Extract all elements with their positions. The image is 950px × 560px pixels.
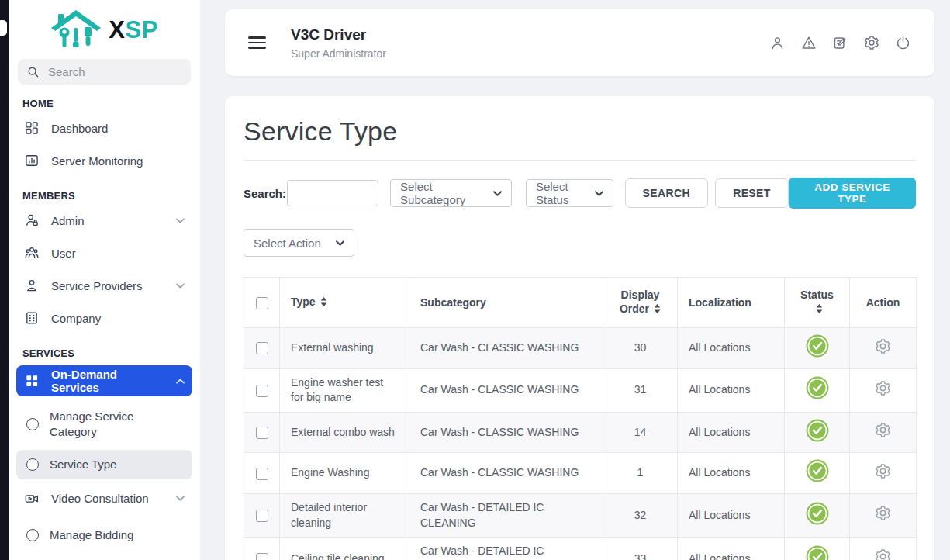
row-checkbox[interactable] (256, 385, 268, 397)
title-divider (244, 160, 916, 161)
sidebar-item-label: Company (51, 312, 101, 325)
sidebar-item-label: Server Monitoring (51, 154, 143, 168)
cell-type: Engine Washing (280, 453, 409, 494)
status-active-icon[interactable] (806, 459, 829, 482)
sidebar-item-service-type[interactable]: Service Type (16, 450, 192, 479)
cell-display-order: 33 (603, 538, 678, 560)
table-row: External combo washCar Wash - CLASSIC WA… (244, 412, 917, 453)
cell-type: External combo wash (280, 412, 409, 453)
status-active-icon[interactable] (806, 419, 829, 442)
grid-icon (24, 373, 40, 389)
sidebar-item-label: Manage Bidding (50, 527, 133, 543)
sidebar-item-dashboard[interactable]: Dashboard (16, 112, 192, 144)
row-settings-gear-icon[interactable] (874, 379, 892, 397)
monitoring-chart-icon (24, 153, 40, 168)
sidebar-item-label: Service Type (50, 457, 116, 472)
account-role: Super Administrator (291, 47, 386, 60)
status-active-icon[interactable] (806, 376, 829, 399)
status-select[interactable]: Select Status (526, 179, 613, 207)
page-title: Service Type (244, 116, 916, 147)
cell-localization: All Locations (678, 368, 785, 412)
service-type-table: Type Subcategory Display Order Localizat… (244, 277, 917, 560)
sort-icon (816, 303, 823, 317)
topbar-icons (769, 34, 911, 51)
cell-type: External washing (280, 328, 409, 369)
subcategory-select[interactable]: Select Subcategory (390, 179, 512, 207)
sidebar-item-label: Manage Service Category (50, 409, 154, 441)
search-icon (26, 65, 40, 78)
edge-notch (0, 20, 7, 36)
search-input[interactable] (287, 180, 378, 206)
sidebar-item-admin[interactable]: Admin (16, 204, 192, 237)
reset-button[interactable]: RESET (715, 178, 789, 208)
sidebar-item-video-consultation[interactable]: Video Consultation (16, 482, 192, 515)
logs-icon[interactable] (832, 35, 848, 51)
row-settings-gear-icon[interactable] (874, 504, 892, 522)
row-checkbox[interactable] (256, 468, 268, 480)
status-select-value: Select Status (536, 180, 595, 206)
dashboard-grid-icon (24, 120, 40, 136)
radio-circle-icon (26, 529, 39, 541)
table-row: Ceiling tile cleaningCar Wash - DETAILED… (244, 538, 917, 560)
hamburger-menu-icon[interactable] (248, 33, 266, 52)
provider-person-icon (24, 278, 40, 293)
search-label: Search: (244, 187, 286, 200)
cell-display-order: 1 (603, 453, 678, 494)
cell-localization: All Locations (678, 538, 785, 560)
table-row: Engine WashingCar Wash - CLASSIC WASHING… (244, 453, 917, 494)
logo-text: XSP (109, 18, 158, 42)
row-settings-gear-icon[interactable] (874, 548, 892, 560)
status-active-icon[interactable] (806, 502, 829, 525)
column-header-subcategory: Subcategory (409, 278, 603, 328)
warning-icon[interactable] (800, 35, 817, 51)
status-active-icon[interactable] (806, 334, 829, 358)
profile-icon[interactable] (769, 35, 786, 51)
action-select[interactable]: Select Action (244, 229, 354, 257)
top-bar: V3C Driver Super Administrator (225, 9, 934, 76)
row-settings-gear-icon[interactable] (874, 421, 892, 439)
column-header-status[interactable]: Status (785, 278, 850, 328)
row-checkbox[interactable] (256, 427, 268, 439)
company-building-icon (24, 310, 40, 326)
sidebar-item-user[interactable]: User (16, 237, 192, 269)
filter-row: Search: Select Subcategory Select Status… (244, 178, 916, 209)
sidebar-item-company[interactable]: Company (16, 302, 192, 334)
chevron-down-icon (336, 240, 344, 246)
status-active-icon[interactable] (806, 545, 829, 560)
row-checkbox[interactable] (256, 510, 268, 522)
bulk-action-row: Select Action (244, 229, 916, 257)
cell-localization: All Locations (678, 412, 785, 453)
search-button[interactable]: SEARCH (625, 178, 709, 208)
users-group-icon (24, 245, 40, 261)
sidebar-item-label: Dashboard (51, 122, 108, 135)
row-settings-gear-icon[interactable] (874, 462, 892, 480)
section-label-services: SERVICES (22, 347, 186, 359)
sidebar-item-on-demand-services[interactable]: On-Demand Services (16, 365, 192, 396)
chevron-down-icon (595, 191, 603, 196)
column-header-display-order[interactable]: Display Order (603, 278, 678, 328)
sidebar-search-input[interactable] (47, 64, 182, 79)
select-all-checkbox[interactable] (256, 297, 268, 309)
row-settings-gear-icon[interactable] (874, 337, 892, 355)
cell-subcategory: Car Wash - CLASSIC WASHING (409, 412, 603, 453)
cell-subcategory: Car Wash - CLASSIC WASHING (409, 328, 603, 369)
service-type-card: Service Type Search: Select Subcategory … (225, 96, 934, 560)
sort-icon (654, 303, 661, 317)
account-summary: V3C Driver Super Administrator (291, 26, 386, 60)
row-checkbox[interactable] (256, 553, 268, 560)
sidebar-item-server-monitoring[interactable]: Server Monitoring (16, 144, 192, 177)
sidebar-search[interactable] (18, 59, 191, 85)
sidebar-item-service-providers[interactable]: Service Providers (16, 269, 192, 302)
add-service-type-button[interactable]: ADD SERVICE TYPE (789, 178, 916, 209)
column-header-type[interactable]: Type (280, 278, 409, 328)
row-checkbox[interactable] (256, 342, 268, 354)
settings-icon[interactable] (863, 34, 880, 51)
chevron-down-icon (176, 218, 185, 223)
sidebar-item-manage-service-category[interactable]: Manage Service Category (16, 403, 192, 447)
admin-user-lock-icon (24, 213, 40, 228)
power-icon[interactable] (895, 35, 911, 51)
cell-localization: All Locations (678, 328, 785, 369)
video-camera-icon (24, 491, 40, 506)
sidebar-item-label: Video Consultation (51, 492, 149, 505)
sidebar-item-manage-bidding[interactable]: Manage Bidding (16, 521, 192, 549)
